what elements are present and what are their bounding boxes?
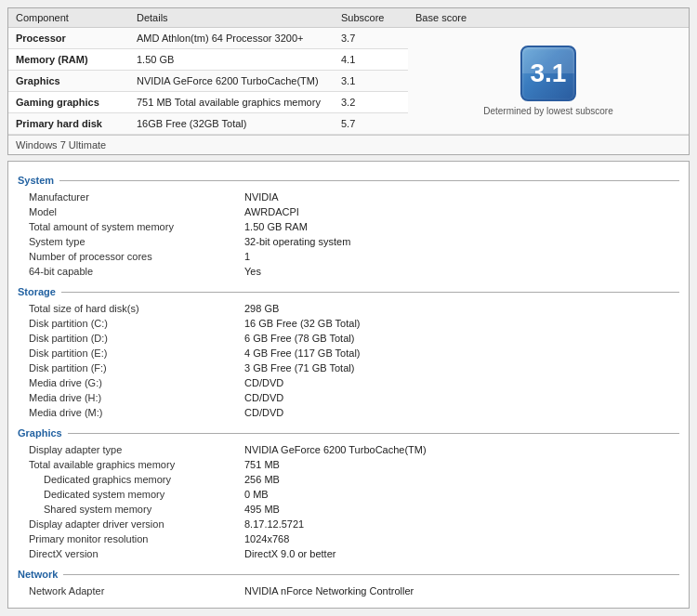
detail-label: Disk partition (D:): [18, 331, 241, 346]
detail-value: 298 GB: [241, 301, 679, 316]
subscore-cell: 3.2: [334, 92, 408, 113]
component-cell: Processor: [8, 28, 129, 49]
detail-row: ManufacturerNVIDIA: [18, 190, 679, 204]
detail-label: Total available graphics memory: [18, 457, 241, 472]
detail-row: 64-bit capableYes: [18, 264, 679, 279]
detail-label: Shared system memory: [18, 502, 241, 517]
score-determined: Determined by lowest subscore: [483, 105, 613, 117]
detail-table-graphics: Display adapter typeNVIDIA GeForce 6200 …: [18, 442, 679, 561]
component-cell: Graphics: [8, 71, 129, 92]
detail-row: Display adapter driver version8.17.12.57…: [18, 517, 679, 531]
detail-label: Dedicated graphics memory: [18, 472, 241, 487]
detail-row: Disk partition (C:)16 GB Free (32 GB Tot…: [18, 316, 679, 331]
detail-row: Network AdapterNVIDIA nForce Networking …: [18, 583, 679, 598]
detail-label: Total size of hard disk(s): [18, 301, 241, 316]
col-header-component: Component: [8, 8, 129, 28]
detail-row: Display adapter typeNVIDIA GeForce 6200 …: [18, 442, 679, 457]
detail-table-network: Network AdapterNVIDIA nForce Networking …: [18, 583, 679, 598]
detail-label: DirectX version: [18, 546, 241, 561]
detail-label: Media drive (M:): [18, 405, 241, 420]
component-cell: Memory (RAM): [8, 49, 129, 71]
score-table-wrapper: Component Details Subscore Base score Pr…: [7, 7, 690, 155]
detail-label: Display adapter type: [18, 442, 241, 457]
detail-row: Disk partition (E:)4 GB Free (117 GB Tot…: [18, 346, 679, 360]
detail-row: System type32-bit operating system: [18, 234, 679, 249]
detail-value: 32-bit operating system: [241, 234, 679, 249]
detail-value: DirectX 9.0 or better: [241, 546, 679, 561]
main-container: Component Details Subscore Base score Pr…: [0, 0, 697, 616]
col-header-details: Details: [129, 8, 334, 28]
subscore-cell: 3.7: [334, 28, 408, 49]
detail-row: Number of processor cores1: [18, 249, 679, 264]
detail-row: DirectX versionDirectX 9.0 or better: [18, 546, 679, 561]
detail-table-system: ManufacturerNVIDIAModelAWRDACPITotal amo…: [18, 190, 679, 279]
detail-label: Primary monitor resolution: [18, 531, 241, 546]
section-header-network: Network: [18, 569, 679, 580]
detail-value: 3 GB Free (71 GB Total): [241, 360, 679, 375]
basescore-cell: 3.1 Determined by lowest subscore: [408, 28, 689, 135]
detail-table-storage: Total size of hard disk(s)298 GBDisk par…: [18, 301, 679, 420]
detail-row: Primary monitor resolution1024x768: [18, 531, 679, 546]
component-cell: Primary hard disk: [8, 113, 129, 135]
detail-value: CD/DVD: [241, 375, 679, 390]
col-header-subscore: Subscore: [334, 8, 408, 28]
detail-row: Dedicated system memory0 MB: [18, 487, 679, 502]
detail-value: NVIDIA GeForce 6200 TurboCache(TM): [241, 442, 679, 457]
score-number: 3.1: [531, 59, 567, 88]
detail-row: ModelAWRDACPI: [18, 204, 679, 219]
details-cell: 751 MB Total available graphics memory: [129, 92, 334, 113]
detail-row: Dedicated graphics memory256 MB: [18, 472, 679, 487]
detail-value: 495 MB: [241, 502, 679, 517]
details-cell: 1.50 GB: [129, 49, 334, 71]
detail-value: 256 MB: [241, 472, 679, 487]
detail-label: Disk partition (F:): [18, 360, 241, 375]
detail-row: Disk partition (F:)3 GB Free (71 GB Tota…: [18, 360, 679, 375]
subscore-cell: 4.1: [334, 49, 408, 71]
detail-value: 8.17.12.5721: [241, 517, 679, 531]
detail-label: Disk partition (C:): [18, 316, 241, 331]
detail-label: Network Adapter: [18, 583, 241, 598]
detail-value: Yes: [241, 264, 679, 279]
detail-label: System type: [18, 234, 241, 249]
detail-row: Media drive (M:)CD/DVD: [18, 405, 679, 420]
detail-value: 6 GB Free (78 GB Total): [241, 331, 679, 346]
detail-row: Media drive (H:)CD/DVD: [18, 390, 679, 405]
detail-value: CD/DVD: [241, 390, 679, 405]
detail-row: Total size of hard disk(s)298 GB: [18, 301, 679, 316]
details-cell: NVIDIA GeForce 6200 TurboCache(TM): [129, 71, 334, 92]
detail-value: CD/DVD: [241, 405, 679, 420]
subscore-cell: 3.1: [334, 71, 408, 92]
detail-row: Shared system memory495 MB: [18, 502, 679, 517]
details-cell: AMD Athlon(tm) 64 Processor 3200+: [129, 28, 334, 49]
detail-value: AWRDACPI: [241, 204, 679, 219]
detail-row: Disk partition (D:)6 GB Free (78 GB Tota…: [18, 331, 679, 346]
detail-value: 1.50 GB RAM: [241, 219, 679, 234]
detail-row: Media drive (G:)CD/DVD: [18, 375, 679, 390]
subscore-cell: 5.7: [334, 113, 408, 135]
detail-value: 751 MB: [241, 457, 679, 472]
detail-label: Dedicated system memory: [18, 487, 241, 502]
detail-label: Media drive (G:): [18, 375, 241, 390]
detail-label: Manufacturer: [18, 190, 241, 204]
detail-label: Disk partition (E:): [18, 346, 241, 360]
col-header-basescore: Base score: [408, 8, 689, 28]
detail-sections: System ManufacturerNVIDIAModelAWRDACPITo…: [7, 161, 690, 609]
detail-label: Model: [18, 204, 241, 219]
section-header-graphics: Graphics: [18, 427, 679, 439]
detail-label: Display adapter driver version: [18, 517, 241, 531]
detail-value: 4 GB Free (117 GB Total): [241, 346, 679, 360]
detail-label: Media drive (H:): [18, 390, 241, 405]
details-cell: 16GB Free (32GB Total): [129, 113, 334, 135]
section-header-storage: Storage: [18, 286, 679, 297]
detail-value: 1: [241, 249, 679, 264]
score-badge: 3.1 Determined by lowest subscore: [483, 46, 613, 117]
detail-row: Total amount of system memory1.50 GB RAM: [18, 219, 679, 234]
score-table: Component Details Subscore Base score Pr…: [8, 8, 689, 135]
detail-value: NVIDIA: [241, 190, 679, 204]
os-label: Windows 7 Ultimate: [8, 135, 689, 154]
detail-value: NVIDIA nForce Networking Controller: [241, 583, 679, 598]
detail-label: Total amount of system memory: [18, 219, 241, 234]
detail-row: Total available graphics memory751 MB: [18, 457, 679, 472]
detail-label: Number of processor cores: [18, 249, 241, 264]
score-row: ProcessorAMD Athlon(tm) 64 Processor 320…: [8, 28, 689, 49]
